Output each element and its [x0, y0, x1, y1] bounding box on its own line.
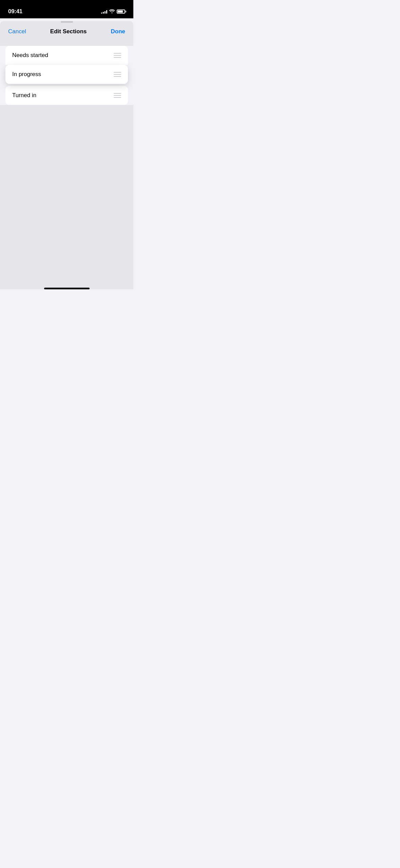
- sheet-container: Cancel Edit Sections Done Needs started …: [0, 21, 133, 289]
- section-card-turned-in: Turned in: [5, 86, 128, 105]
- battery-fill: [118, 11, 123, 13]
- section-label-in-progress: In progress: [12, 71, 41, 78]
- drag-handle-needs-started[interactable]: [114, 53, 121, 58]
- wifi-icon: [109, 9, 115, 14]
- drag-handle-in-progress[interactable]: [114, 72, 121, 77]
- page-title: Edit Sections: [50, 28, 87, 35]
- section-label-turned-in: Turned in: [12, 92, 36, 99]
- battery-icon: [117, 10, 125, 14]
- section-label-needs-started: Needs started: [12, 52, 48, 59]
- list-item[interactable]: Needs started: [5, 46, 128, 65]
- list-item[interactable]: Turned in: [5, 86, 128, 105]
- status-icons: [101, 9, 125, 14]
- drag-handle-turned-in[interactable]: [114, 93, 121, 98]
- cancel-button[interactable]: Cancel: [8, 28, 26, 35]
- sections-list: Needs started In progress: [0, 46, 133, 105]
- status-bar: 09:41: [0, 0, 133, 18]
- home-indicator: [44, 288, 90, 289]
- signal-icon: [101, 10, 107, 14]
- section-card-needs-started: Needs started: [5, 46, 128, 65]
- status-time: 09:41: [8, 8, 22, 15]
- nav-bar: Cancel Edit Sections Done: [0, 23, 133, 39]
- section-card-in-progress: In progress: [5, 65, 128, 84]
- done-button[interactable]: Done: [111, 28, 125, 35]
- list-item[interactable]: In progress: [5, 65, 128, 84]
